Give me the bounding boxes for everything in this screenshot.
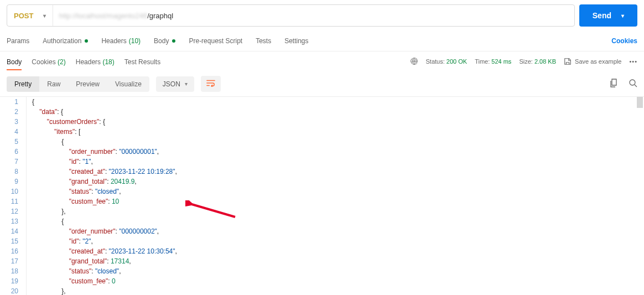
cookies-link[interactable]: Cookies bbox=[611, 37, 637, 45]
view-raw[interactable]: Raw bbox=[39, 76, 68, 92]
chevron-down-icon: ▾ bbox=[185, 81, 188, 87]
dot-indicator-icon bbox=[85, 39, 88, 43]
tab-params[interactable]: Params bbox=[7, 37, 29, 45]
more-options-icon[interactable]: ••• bbox=[629, 58, 637, 65]
svg-point-0 bbox=[630, 80, 635, 85]
method-label: POST bbox=[14, 12, 33, 20]
code-content: { "data": { "customerOrders": { "items":… bbox=[27, 97, 644, 295]
response-body-viewer[interactable]: 1234567891011121314151617181920 { "data"… bbox=[0, 97, 644, 295]
size-label: Size: 2.08 KB bbox=[519, 58, 556, 65]
send-label: Send bbox=[593, 11, 611, 20]
resp-tab-testresults[interactable]: Test Results bbox=[124, 53, 160, 70]
copy-icon[interactable] bbox=[610, 79, 619, 90]
tab-headers[interactable]: Headers (10) bbox=[101, 37, 141, 45]
chevron-down-icon: ▾ bbox=[43, 13, 46, 19]
save-icon bbox=[564, 58, 572, 65]
view-pretty[interactable]: Pretty bbox=[7, 76, 39, 92]
dot-indicator-icon bbox=[172, 39, 175, 43]
wrap-icon bbox=[206, 79, 215, 87]
resp-tab-body[interactable]: Body bbox=[7, 53, 22, 70]
view-mode-group: Pretty Raw Preview Visualize bbox=[7, 76, 149, 92]
resp-tab-cookies[interactable]: Cookies (2) bbox=[32, 53, 65, 70]
view-preview[interactable]: Preview bbox=[68, 76, 107, 92]
format-select[interactable]: JSON ▾ bbox=[156, 76, 194, 92]
tab-authorization[interactable]: Authorization bbox=[43, 37, 88, 45]
chevron-down-icon: ▾ bbox=[621, 13, 624, 19]
wrap-lines-button[interactable] bbox=[201, 76, 221, 92]
view-visualize[interactable]: Visualize bbox=[107, 76, 149, 92]
tab-settings[interactable]: Settings bbox=[284, 37, 308, 45]
tab-prerequest[interactable]: Pre-request Script bbox=[189, 37, 242, 45]
time-label: Time: 524 ms bbox=[475, 58, 511, 65]
tab-tests[interactable]: Tests bbox=[256, 37, 271, 45]
resp-tab-headers[interactable]: Headers (18) bbox=[76, 53, 115, 70]
search-icon[interactable] bbox=[629, 79, 637, 90]
url-input[interactable]: http://localhost/magento246/graphql bbox=[53, 5, 574, 26]
save-as-example[interactable]: Save as example bbox=[564, 58, 621, 65]
method-select[interactable]: POST ▾ bbox=[7, 5, 53, 26]
url-visible-part: /graphql bbox=[147, 12, 173, 20]
send-button[interactable]: Send ▾ bbox=[579, 4, 637, 27]
globe-icon[interactable]: 🌐︎ bbox=[411, 57, 418, 66]
tab-body[interactable]: Body bbox=[154, 37, 175, 45]
scrollbar-thumb[interactable] bbox=[637, 97, 643, 108]
url-hidden-part: http://localhost/magento246 bbox=[59, 12, 147, 20]
line-gutter: 1234567891011121314151617181920 bbox=[0, 97, 27, 295]
status-label: Status: 200 OK bbox=[426, 58, 468, 65]
